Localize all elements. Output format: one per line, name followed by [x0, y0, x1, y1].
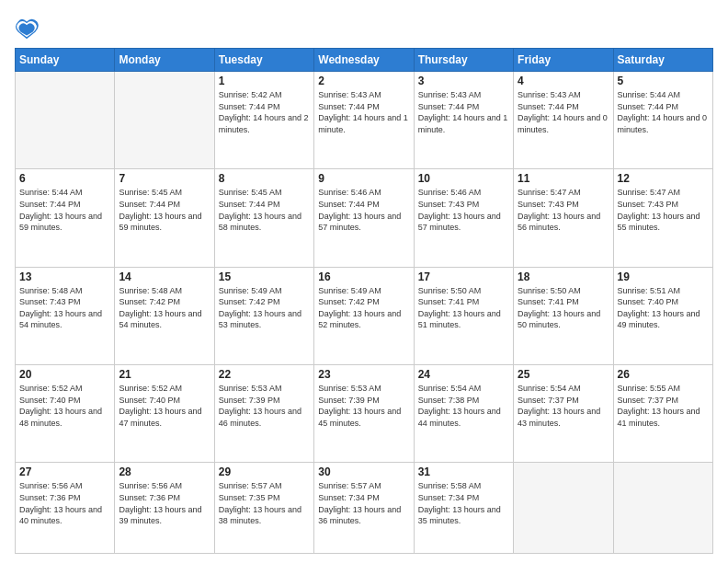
day-number: 19 [618, 270, 709, 283]
day-info: Sunrise: 5:52 AMSunset: 7:40 PMDaylight:… [19, 383, 110, 429]
day-info: Sunrise: 5:49 AMSunset: 7:42 PMDaylight:… [219, 285, 310, 331]
day-number: 21 [119, 368, 210, 381]
day-number: 20 [19, 368, 110, 381]
calendar-table: SundayMondayTuesdayWednesdayThursdayFrid… [15, 48, 713, 554]
day-info: Sunrise: 5:46 AMSunset: 7:43 PMDaylight:… [418, 187, 509, 233]
day-number: 30 [318, 465, 409, 478]
calendar-cell: 3Sunrise: 5:43 AMSunset: 7:44 PMDaylight… [414, 72, 513, 169]
day-number: 11 [518, 172, 609, 185]
calendar-dow-wednesday: Wednesday [314, 49, 414, 72]
day-info: Sunrise: 5:45 AMSunset: 7:44 PMDaylight:… [119, 187, 210, 233]
day-number: 22 [219, 368, 310, 381]
day-info: Sunrise: 5:44 AMSunset: 7:44 PMDaylight:… [19, 187, 110, 233]
calendar-dow-tuesday: Tuesday [214, 49, 313, 72]
calendar-cell: 29Sunrise: 5:57 AMSunset: 7:35 PMDayligh… [214, 463, 313, 554]
day-info: Sunrise: 5:46 AMSunset: 7:44 PMDaylight:… [318, 187, 409, 233]
calendar-cell: 18Sunrise: 5:50 AMSunset: 7:41 PMDayligh… [514, 267, 613, 364]
calendar-cell: 23Sunrise: 5:53 AMSunset: 7:39 PMDayligh… [314, 365, 414, 463]
calendar-cell: 19Sunrise: 5:51 AMSunset: 7:40 PMDayligh… [613, 267, 712, 364]
calendar-cell: 20Sunrise: 5:52 AMSunset: 7:40 PMDayligh… [16, 365, 115, 463]
day-number: 15 [219, 270, 310, 283]
calendar-cell: 16Sunrise: 5:49 AMSunset: 7:42 PMDayligh… [314, 267, 414, 364]
day-info: Sunrise: 5:55 AMSunset: 7:37 PMDaylight:… [618, 383, 709, 429]
day-number: 9 [318, 172, 409, 185]
day-number: 27 [19, 465, 110, 478]
day-number: 14 [119, 270, 210, 283]
day-info: Sunrise: 5:54 AMSunset: 7:37 PMDaylight:… [518, 383, 609, 429]
calendar-week-row: 1Sunrise: 5:42 AMSunset: 7:44 PMDaylight… [16, 72, 713, 169]
day-info: Sunrise: 5:57 AMSunset: 7:35 PMDaylight:… [219, 480, 310, 526]
day-info: Sunrise: 5:57 AMSunset: 7:34 PMDaylight:… [318, 480, 409, 526]
day-number: 12 [618, 172, 709, 185]
calendar-cell: 11Sunrise: 5:47 AMSunset: 7:43 PMDayligh… [514, 169, 613, 267]
day-info: Sunrise: 5:43 AMSunset: 7:44 PMDaylight:… [518, 89, 609, 135]
day-info: Sunrise: 5:43 AMSunset: 7:44 PMDaylight:… [418, 89, 509, 135]
day-info: Sunrise: 5:49 AMSunset: 7:42 PMDaylight:… [318, 285, 409, 331]
day-info: Sunrise: 5:52 AMSunset: 7:40 PMDaylight:… [119, 383, 210, 429]
day-number: 5 [618, 75, 709, 87]
calendar-cell [613, 463, 712, 554]
day-number: 29 [219, 465, 310, 478]
calendar-cell [16, 72, 115, 169]
day-number: 23 [318, 368, 409, 381]
logo [15, 15, 44, 40]
calendar-cell: 1Sunrise: 5:42 AMSunset: 7:44 PMDaylight… [214, 72, 313, 169]
calendar-cell: 5Sunrise: 5:44 AMSunset: 7:44 PMDaylight… [613, 72, 712, 169]
day-number: 4 [518, 75, 609, 87]
day-info: Sunrise: 5:54 AMSunset: 7:38 PMDaylight:… [418, 383, 509, 429]
calendar-cell: 7Sunrise: 5:45 AMSunset: 7:44 PMDaylight… [115, 169, 214, 267]
calendar-cell: 31Sunrise: 5:58 AMSunset: 7:34 PMDayligh… [414, 463, 513, 554]
calendar-week-row: 20Sunrise: 5:52 AMSunset: 7:40 PMDayligh… [16, 365, 713, 463]
day-number: 2 [318, 75, 409, 87]
calendar-cell: 6Sunrise: 5:44 AMSunset: 7:44 PMDaylight… [16, 169, 115, 267]
day-info: Sunrise: 5:51 AMSunset: 7:40 PMDaylight:… [618, 285, 709, 331]
calendar-dow-saturday: Saturday [613, 49, 712, 72]
day-number: 8 [219, 172, 310, 185]
calendar-dow-sunday: Sunday [16, 49, 115, 72]
calendar-cell: 25Sunrise: 5:54 AMSunset: 7:37 PMDayligh… [514, 365, 613, 463]
calendar-dow-thursday: Thursday [414, 49, 513, 72]
calendar-cell: 21Sunrise: 5:52 AMSunset: 7:40 PMDayligh… [115, 365, 214, 463]
day-number: 26 [618, 368, 709, 381]
calendar-dow-monday: Monday [115, 49, 214, 72]
calendar-cell: 22Sunrise: 5:53 AMSunset: 7:39 PMDayligh… [214, 365, 313, 463]
day-info: Sunrise: 5:48 AMSunset: 7:42 PMDaylight:… [119, 285, 210, 331]
day-info: Sunrise: 5:43 AMSunset: 7:44 PMDaylight:… [318, 89, 409, 135]
day-info: Sunrise: 5:58 AMSunset: 7:34 PMDaylight:… [418, 480, 509, 526]
calendar-cell: 28Sunrise: 5:56 AMSunset: 7:36 PMDayligh… [115, 463, 214, 554]
calendar-cell: 17Sunrise: 5:50 AMSunset: 7:41 PMDayligh… [414, 267, 513, 364]
day-info: Sunrise: 5:48 AMSunset: 7:43 PMDaylight:… [19, 285, 110, 331]
calendar-dow-friday: Friday [514, 49, 613, 72]
day-number: 13 [19, 270, 110, 283]
day-number: 6 [19, 172, 110, 185]
day-number: 24 [418, 368, 509, 381]
header [15, 15, 713, 40]
calendar-cell: 2Sunrise: 5:43 AMSunset: 7:44 PMDaylight… [314, 72, 414, 169]
day-number: 25 [518, 368, 609, 381]
day-info: Sunrise: 5:50 AMSunset: 7:41 PMDaylight:… [418, 285, 509, 331]
calendar-cell: 15Sunrise: 5:49 AMSunset: 7:42 PMDayligh… [214, 267, 313, 364]
calendar-cell: 26Sunrise: 5:55 AMSunset: 7:37 PMDayligh… [613, 365, 712, 463]
calendar-header-row: SundayMondayTuesdayWednesdayThursdayFrid… [16, 49, 713, 72]
page: SundayMondayTuesdayWednesdayThursdayFrid… [0, 0, 728, 563]
calendar-cell: 30Sunrise: 5:57 AMSunset: 7:34 PMDayligh… [314, 463, 414, 554]
calendar-cell: 12Sunrise: 5:47 AMSunset: 7:43 PMDayligh… [613, 169, 712, 267]
day-info: Sunrise: 5:45 AMSunset: 7:44 PMDaylight:… [219, 187, 310, 233]
calendar-cell: 4Sunrise: 5:43 AMSunset: 7:44 PMDaylight… [514, 72, 613, 169]
day-number: 1 [219, 75, 310, 87]
day-number: 28 [119, 465, 210, 478]
calendar-cell: 27Sunrise: 5:56 AMSunset: 7:36 PMDayligh… [16, 463, 115, 554]
calendar-week-row: 6Sunrise: 5:44 AMSunset: 7:44 PMDaylight… [16, 169, 713, 267]
calendar-cell: 8Sunrise: 5:45 AMSunset: 7:44 PMDaylight… [214, 169, 313, 267]
calendar-week-row: 27Sunrise: 5:56 AMSunset: 7:36 PMDayligh… [16, 463, 713, 554]
day-info: Sunrise: 5:42 AMSunset: 7:44 PMDaylight:… [219, 89, 310, 135]
calendar-cell: 13Sunrise: 5:48 AMSunset: 7:43 PMDayligh… [16, 267, 115, 364]
day-info: Sunrise: 5:47 AMSunset: 7:43 PMDaylight:… [618, 187, 709, 233]
day-number: 31 [418, 465, 509, 478]
day-number: 7 [119, 172, 210, 185]
day-number: 17 [418, 270, 509, 283]
logo-icon [15, 15, 40, 40]
calendar-cell: 10Sunrise: 5:46 AMSunset: 7:43 PMDayligh… [414, 169, 513, 267]
calendar-cell: 14Sunrise: 5:48 AMSunset: 7:42 PMDayligh… [115, 267, 214, 364]
day-info: Sunrise: 5:56 AMSunset: 7:36 PMDaylight:… [119, 480, 210, 526]
